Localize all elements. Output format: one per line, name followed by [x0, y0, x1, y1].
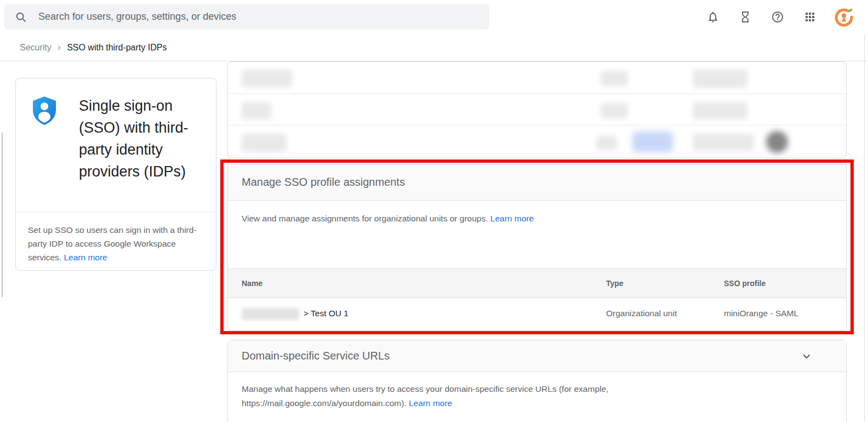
help-icon[interactable] — [771, 10, 784, 24]
search-icon — [15, 11, 27, 23]
redacted-blob — [596, 136, 617, 150]
redacted-blob-blue — [632, 132, 673, 152]
column-header-name: Name — [242, 279, 262, 288]
page-title: Single sign-on (SSO) with third-party id… — [79, 95, 205, 212]
chevron-down-icon[interactable] — [800, 350, 813, 363]
search-input[interactable] — [38, 11, 478, 22]
redacted-blob — [693, 134, 754, 151]
topbar-icons — [687, 0, 855, 34]
table-row[interactable]: > Test OU 1 Organizational unit miniOran… — [228, 298, 846, 329]
assignments-table-header: Name Type SSO profile — [228, 268, 846, 298]
miniorange-avatar[interactable] — [833, 6, 855, 28]
admin-console-screen: Security › SSO with third-party IDPs Sin… — [0, 0, 868, 422]
breadcrumb-security-link[interactable]: Security — [20, 43, 52, 53]
sso-summary-description-text: Set up SSO so users can sign in with a t… — [28, 225, 197, 262]
apps-grid-icon[interactable] — [803, 10, 816, 24]
redacted-org-name-blob — [242, 308, 299, 320]
domain-urls-panel: Domain-specific Service URLs Manage what… — [227, 340, 847, 422]
redacted-blob — [601, 103, 628, 118]
assignments-section-title: Manage SSO profile assignments — [242, 176, 405, 189]
page-right-edge — [864, 34, 865, 422]
redacted-row — [228, 126, 846, 157]
assignments-description: View and manage assignments for organiza… — [228, 201, 846, 224]
redacted-row — [228, 94, 846, 126]
sso-summary-card: Single sign-on (SSO) with third-party id… — [15, 78, 216, 271]
column-header-type: Type — [606, 279, 624, 288]
domain-urls-learn-more-link[interactable]: Learn more — [409, 398, 452, 408]
assignments-description-text: View and manage assignments for organiza… — [242, 214, 490, 223]
sso-summary-card-head: Single sign-on (SSO) with third-party id… — [16, 78, 216, 212]
domain-urls-description: Manage what happens when users try to ac… — [228, 372, 699, 410]
redacted-blob — [601, 71, 628, 86]
row-ou-name: > Test OU 1 — [304, 309, 349, 318]
domain-urls-header[interactable]: Domain-specific Service URLs — [228, 340, 846, 372]
assignments-learn-more-link[interactable]: Learn more — [490, 214, 534, 223]
row-type: Organizational unit — [606, 309, 677, 318]
redacted-blob — [242, 70, 292, 87]
hourglass-icon[interactable] — [739, 10, 752, 24]
redacted-toggle-blob — [766, 131, 788, 153]
redacted-blob — [693, 102, 747, 119]
assignments-body: View and manage assignments for organiza… — [228, 201, 846, 268]
redacted-blob — [242, 102, 271, 119]
search-box[interactable] — [4, 4, 489, 30]
assignments-section-header: Manage SSO profile assignments — [228, 164, 846, 201]
row-sso-profile: miniOrange - SAML — [724, 309, 798, 318]
breadcrumb-current: SSO with third-party IDPs — [67, 43, 167, 53]
sso-summary-description: Set up SSO so users can sign in with a t… — [16, 212, 216, 275]
redacted-blob — [242, 134, 287, 152]
breadcrumb: Security › SSO with third-party IDPs — [0, 34, 868, 61]
column-header-sso-profile: SSO profile — [724, 279, 766, 288]
breadcrumb-separator-icon: › — [58, 41, 61, 53]
sso-assignments-panel: Manage SSO profile assignments View and … — [227, 164, 847, 330]
top-bar — [0, 0, 868, 34]
bell-icon[interactable] — [706, 10, 719, 24]
sso-summary-learn-more-link[interactable]: Learn more — [64, 253, 107, 262]
redacted-blob — [693, 70, 747, 88]
domain-urls-title: Domain-specific Service URLs — [242, 350, 390, 362]
redacted-row — [228, 62, 846, 94]
sso-profile-details-panel — [227, 61, 847, 158]
left-panel-edge — [2, 133, 3, 297]
shield-user-icon — [31, 96, 58, 126]
